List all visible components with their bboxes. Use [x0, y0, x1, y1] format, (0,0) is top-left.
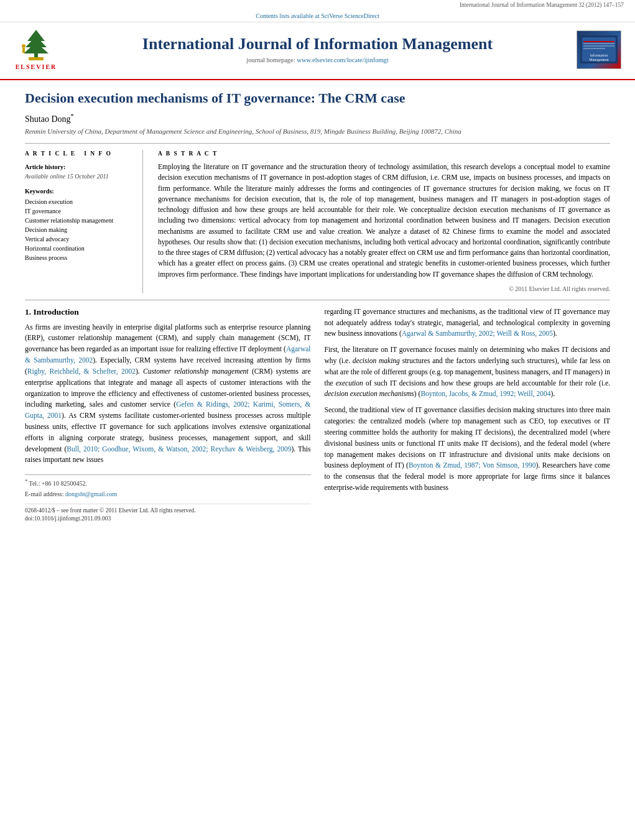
svg-rect-11 [583, 45, 614, 47]
intro-section-title: 1. Introduction [25, 307, 311, 318]
footnote-email: E-mail address: dongsht@gmail.com [25, 490, 311, 499]
journal-title-row: ELSEVIER International Journal of Inform… [0, 22, 635, 75]
svg-rect-12 [583, 48, 605, 49]
author-name: Shutao Dong* [25, 112, 610, 125]
svg-rect-6 [29, 57, 44, 60]
page-reference: International Journal of Information Man… [0, 0, 635, 9]
elsevier-logo: ELSEVIER [11, 27, 61, 72]
keyword-7: Business process [25, 254, 134, 262]
article-info-abstract-section: A R T I C L E I N F O Article history: A… [25, 143, 610, 293]
journal-main-title: International Journal of Information Man… [61, 34, 574, 65]
keyword-2: IT governance [25, 207, 134, 216]
keyword-4: Decision making [25, 226, 134, 234]
intro-left-body: As firms are investing heavily in enterp… [25, 322, 311, 466]
copyright-notice: © 2011 Elsevier Ltd. All rights reserved… [158, 285, 610, 293]
keyword-6: Horizontal coordination [25, 244, 134, 253]
intro-right-para-1: regarding IT governance structures and m… [325, 307, 611, 339]
history-label: Article history: [25, 163, 134, 172]
footer-note: * Tel.: +86 10 82500452. E-mail address:… [25, 474, 311, 498]
svg-rect-10 [583, 43, 614, 44]
svg-text:Information: Information [590, 53, 608, 57]
body-columns: 1. Introduction As firms are investing h… [25, 307, 610, 523]
journal-homepage: journal homepage: www.elsevier.com/locat… [61, 56, 574, 65]
available-online: Available online 15 October 2011 [25, 172, 134, 181]
abstract-text: Employing the literature on IT governanc… [158, 162, 610, 280]
journal-header: International Journal of Information Man… [0, 0, 635, 80]
article-info-heading: A R T I C L E I N F O [25, 150, 134, 158]
page: International Journal of Information Man… [0, 0, 635, 840]
journal-top-bar: Contents lists available at SciVerse Sci… [0, 9, 635, 22]
keyword-1: Decision execution [25, 198, 134, 206]
svg-point-4 [22, 44, 25, 48]
intro-right-body: regarding IT governance structures and m… [325, 307, 611, 494]
abstract-column: A B S T R A C T Employing the literature… [158, 150, 610, 293]
sciverse-link[interactable]: SciVerse ScienceDirect [321, 12, 379, 19]
elsevier-label: ELSEVIER [16, 63, 57, 72]
journal-thumbnail: Information Management [574, 30, 624, 69]
article-content: Decision execution mechanisms of IT gove… [0, 80, 635, 532]
abstract-heading: A B S T R A C T [158, 150, 610, 158]
journal-title: International Journal of Information Man… [61, 34, 574, 53]
footnote-tel: * Tel.: +86 10 82500452. [25, 478, 311, 488]
article-title: Decision execution mechanisms of IT gove… [25, 89, 610, 108]
svg-text:Management: Management [589, 58, 609, 62]
author-affiliation: Renmin University of China, Department o… [25, 127, 610, 136]
elsevier-tree-icon [17, 27, 55, 62]
keywords-label: Keywords: [25, 187, 134, 196]
keyword-3: Customer relationship management [25, 216, 134, 225]
journal-cover-image: Information Management [577, 30, 621, 69]
keyword-5: Vertical advocacy [25, 235, 134, 244]
svg-rect-5 [22, 48, 25, 53]
section-divider [25, 300, 610, 300]
article-info-column: A R T I C L E I N F O Article history: A… [25, 150, 143, 293]
body-right-column: regarding IT governance structures and m… [325, 307, 611, 523]
body-left-column: 1. Introduction As firms are investing h… [25, 307, 311, 523]
footer-doi: 0268-4012/$ – see front matter © 2011 El… [25, 504, 311, 524]
svg-marker-3 [24, 42, 49, 53]
intro-para-1: As firms are investing heavily in enterp… [25, 322, 311, 466]
homepage-link[interactable]: www.elsevier.com/locate/ijinfomgt [297, 57, 388, 63]
intro-right-para-3: Second, the traditional view of IT gover… [325, 405, 611, 494]
intro-right-para-2: First, the literature on IT governance f… [325, 344, 611, 400]
